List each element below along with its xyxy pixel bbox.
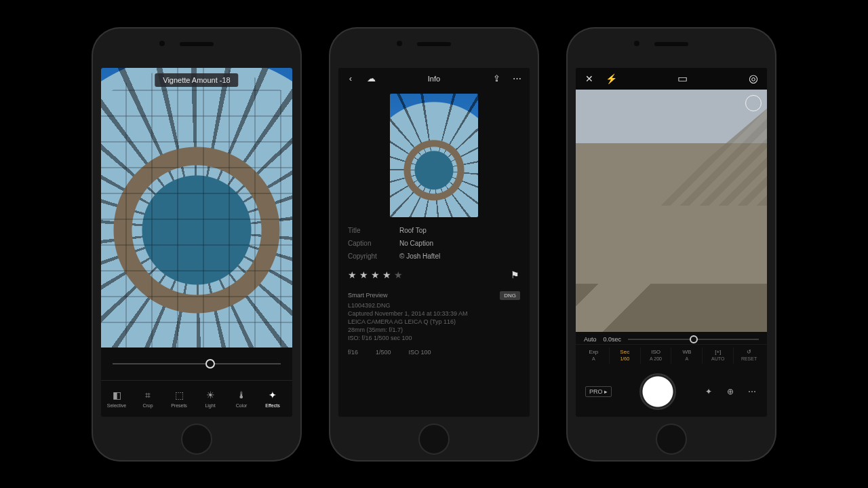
- param-exp[interactable]: ExpA: [578, 348, 610, 363]
- phone-speaker: [180, 42, 214, 46]
- detail-line: ISO: f/16 1/500 sec 100: [338, 334, 530, 342]
- exif-aperture: f/16: [348, 349, 358, 356]
- tool-label: Color: [236, 403, 248, 408]
- param-[interactable]: ↺RESET: [734, 348, 764, 363]
- param-sec[interactable]: Sec1/60: [610, 348, 641, 363]
- star-rating[interactable]: ★★★★★: [348, 269, 502, 280]
- param-value: A 200: [641, 356, 671, 362]
- pro-mode-chip[interactable]: PRO ▸: [585, 386, 612, 397]
- info-topbar: ‹ ☁ Info ⇪ ⋯: [338, 68, 530, 90]
- tool-label: Effects: [265, 403, 279, 408]
- meta-row-title[interactable]: TitleRoof Top: [338, 224, 530, 237]
- tool-color[interactable]: 🌡Color: [226, 381, 257, 417]
- param-label: ISO: [641, 349, 671, 356]
- more-icon[interactable]: ⋯: [512, 73, 523, 84]
- home-button[interactable]: [418, 424, 450, 455]
- param-value: AUTO: [703, 356, 733, 362]
- edited-photo-viewport[interactable]: Vignette Amount -18: [101, 68, 292, 348]
- phone-camera: ✕ ⚡ ▭ ◎ Auto 0.0sec ExpASec1/60ISOA 200W…: [566, 27, 776, 462]
- focus-indicator-icon: [745, 95, 762, 111]
- flash-icon[interactable]: ⚡: [606, 73, 616, 84]
- meta-label: Copyright: [348, 252, 387, 260]
- tool-optics[interactable]: ◑Optics: [288, 381, 292, 417]
- tool-light[interactable]: ☀Light: [195, 381, 226, 417]
- home-button[interactable]: [656, 424, 687, 455]
- param-label: [+]: [703, 349, 733, 356]
- param-wb[interactable]: WBA: [671, 348, 703, 363]
- tool-crop[interactable]: ⌗Crop: [132, 381, 163, 417]
- tool-selective[interactable]: ◧Selective: [101, 381, 132, 417]
- phone-speaker: [417, 42, 451, 46]
- shutter-button[interactable]: [639, 373, 676, 410]
- param-label: WB: [671, 349, 702, 356]
- meta-row-caption[interactable]: CaptionNo Caption: [338, 237, 530, 250]
- info-thumbnail[interactable]: [390, 94, 478, 217]
- param-value: RESET: [734, 356, 764, 362]
- meta-label: Caption: [348, 240, 387, 247]
- param-[interactable]: [+]AUTO: [703, 348, 734, 363]
- smart-preview-label: Smart Preview: [348, 292, 388, 299]
- star-1[interactable]: ★: [348, 269, 357, 280]
- camera-option-icon-1[interactable]: ⊕: [725, 386, 736, 397]
- slider-thumb[interactable]: [205, 359, 215, 369]
- tool-effects[interactable]: ✦Effects: [257, 381, 288, 417]
- camera-params: ExpASec1/60ISOA 200WBA[+]AUTO↺RESET: [576, 344, 767, 369]
- seconds-label: 0.0sec: [604, 336, 622, 343]
- param-iso[interactable]: ISOA 200: [641, 348, 672, 363]
- format-badge: DNG: [500, 291, 520, 300]
- share-icon[interactable]: ⇪: [492, 73, 502, 84]
- exif-iso: ISO 100: [409, 349, 431, 356]
- aspect-mode-icon[interactable]: ▭: [677, 73, 688, 84]
- meta-value: © Josh Haftel: [399, 252, 440, 260]
- camera-option-icon-2[interactable]: ⋯: [747, 386, 757, 397]
- screen-effects: Vignette Amount -18 ◧Selective⌗Crop⬚Pres…: [101, 68, 292, 417]
- star-3[interactable]: ★: [371, 269, 380, 280]
- param-value: A: [578, 356, 609, 362]
- camera-option-icon-0[interactable]: ✦: [703, 386, 714, 397]
- tool-label: Light: [205, 403, 215, 408]
- star-5[interactable]: ★: [394, 269, 403, 280]
- camera-topbar: ✕ ⚡ ▭ ◎: [576, 68, 767, 90]
- param-label: Sec: [610, 349, 640, 356]
- exposure-thumb[interactable]: [690, 335, 698, 343]
- cloud-icon[interactable]: ☁: [366, 73, 376, 84]
- detail-line: Captured November 1, 2014 at 10:33:39 AM: [338, 309, 530, 318]
- exposure-slider[interactable]: [628, 339, 759, 340]
- home-button[interactable]: [181, 424, 212, 455]
- meta-value: Roof Top: [399, 227, 427, 234]
- tool-label: Presets: [171, 403, 187, 408]
- back-icon[interactable]: ‹: [345, 73, 356, 84]
- star-2[interactable]: ★: [359, 269, 368, 280]
- light-icon: ☀: [204, 389, 216, 401]
- exif-shutter: 1/500: [376, 349, 391, 356]
- camera-viewfinder[interactable]: [576, 90, 767, 333]
- slider-track: [113, 363, 281, 364]
- phone-front-camera: [397, 41, 402, 46]
- rating-row: ★★★★★ ⚑: [338, 263, 530, 287]
- auto-label: Auto: [584, 336, 597, 343]
- switch-camera-icon[interactable]: ◎: [748, 73, 759, 84]
- exposure-slider-row: Auto 0.0sec: [576, 332, 767, 344]
- info-title: Info: [428, 75, 440, 83]
- thumbnail-content: [390, 94, 478, 217]
- flag-icon[interactable]: ⚑: [509, 269, 520, 280]
- meta-value: No Caption: [399, 240, 433, 247]
- tool-label: Selective: [107, 403, 126, 408]
- tool-presets[interactable]: ⬚Presets: [163, 381, 195, 417]
- camera-right-controls: ✦⊕⋯: [703, 386, 757, 397]
- meta-label: Title: [348, 227, 387, 234]
- param-label: Exp: [578, 349, 609, 356]
- detail-line: 28mm (35mm: f/1.7): [338, 326, 530, 334]
- exif-row: f/16 1/500 ISO 100: [338, 342, 530, 362]
- meta-row-copyright[interactable]: Copyright© Josh Haftel: [338, 250, 530, 263]
- presets-icon: ⬚: [173, 389, 185, 401]
- phone-front-camera: [634, 41, 639, 46]
- crop-icon: ⌗: [142, 389, 154, 401]
- adjustment-slider[interactable]: [101, 348, 292, 380]
- star-4[interactable]: ★: [382, 269, 391, 280]
- detail-line: L1004392.DNG: [338, 301, 530, 309]
- close-icon[interactable]: ✕: [584, 73, 595, 84]
- phone-effects-editor: Vignette Amount -18 ◧Selective⌗Crop⬚Pres…: [92, 27, 302, 462]
- tool-label: Crop: [142, 403, 153, 408]
- screen-info: ‹ ☁ Info ⇪ ⋯ TitleRoof TopCaptionNo Capt…: [338, 68, 530, 417]
